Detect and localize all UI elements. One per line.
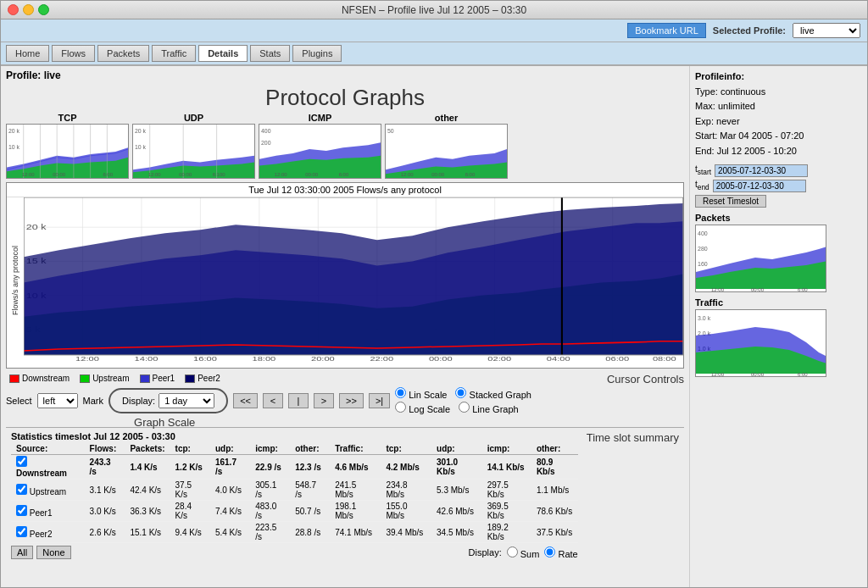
- tstart-input[interactable]: [715, 164, 808, 177]
- max-label: Max:: [695, 101, 715, 111]
- nav-next-next[interactable]: >>: [339, 393, 364, 408]
- type-value: continuous: [721, 86, 765, 97]
- stacked-graph-label[interactable]: Stacked Graph: [455, 387, 531, 400]
- nav-packets[interactable]: Packets: [97, 45, 149, 62]
- svg-text:20:00: 20:00: [311, 355, 335, 363]
- cell-udp: 7.4 K/s: [210, 501, 250, 522]
- minimize-btn[interactable]: [23, 4, 34, 15]
- row-checkbox[interactable]: [16, 505, 27, 516]
- cell-flows: 2.6 K/s: [85, 522, 125, 543]
- col-icmp2: icmp:: [482, 443, 531, 455]
- protocol-graphs-heading: Protocol Graphs: [6, 85, 684, 111]
- start-value: Mar 04 2005 - 07:20: [720, 130, 804, 141]
- other-graph[interactable]: 50 12:00 00:00 6:00: [385, 124, 508, 179]
- col-udp: udp:: [210, 443, 250, 455]
- cell-packets: 36.3 K/s: [125, 501, 170, 522]
- traffic-graph[interactable]: 3.0 k 2.0 k 1.0 k 12:00 00:00 6:00: [695, 309, 826, 377]
- cell-other: 548.7 /s: [290, 480, 330, 501]
- nav-prev[interactable]: <: [263, 393, 283, 408]
- svg-text:10 k: 10 k: [135, 144, 147, 150]
- log-scale-label[interactable]: Log Scale: [395, 402, 450, 414]
- maximize-btn[interactable]: [38, 4, 49, 15]
- cell-udp2: 42.6 Mb/s: [431, 501, 482, 522]
- nav-flows[interactable]: Flows: [52, 45, 95, 62]
- window-controls[interactable]: [8, 4, 49, 15]
- reset-timeslot-button[interactable]: Reset Timeslot: [695, 195, 766, 208]
- nav-home[interactable]: Home: [6, 45, 49, 62]
- graph-scale-annotation: Graph Scale: [134, 416, 195, 429]
- svg-text:12:00: 12:00: [711, 372, 725, 377]
- lin-scale-label[interactable]: Lin Scale: [395, 387, 447, 400]
- legend-bar: Downstream Upstream Peer1 Peer2: [6, 372, 684, 385]
- svg-text:12:00: 12:00: [75, 355, 99, 363]
- svg-text:04:00: 04:00: [547, 355, 570, 363]
- display-select[interactable]: 1 day 1 week 1 month: [159, 393, 214, 408]
- sum-label[interactable]: Sum: [507, 546, 540, 559]
- cell-flows: 243.3 /s: [85, 455, 125, 480]
- stacked-graph-radio[interactable]: [455, 387, 466, 398]
- nav-next[interactable]: >: [314, 393, 334, 408]
- lin-scale-radio[interactable]: [395, 387, 406, 398]
- icmp-graph[interactable]: 400 200 12:00 00:00 6:00: [259, 124, 381, 179]
- svg-text:00:00: 00:00: [751, 372, 765, 377]
- svg-text:00:00: 00:00: [179, 172, 192, 177]
- cell-icmp2: 189.2 Kb/s: [482, 522, 531, 543]
- downstream-label: Downstream: [22, 374, 70, 383]
- profileinfo-title: Profileinfo:: [695, 69, 862, 85]
- main-graph-title: Tue Jul 12 03:30:00 2005 Flows/s any pro…: [7, 183, 683, 197]
- svg-text:12:00: 12:00: [275, 172, 288, 177]
- cell-traffic: 198.1 Mb/s: [330, 501, 381, 522]
- close-btn[interactable]: [8, 4, 19, 15]
- cell-other: 12.3 /s: [290, 455, 330, 480]
- none-button[interactable]: None: [36, 546, 70, 559]
- table-row: Peer2 2.6 K/s 15.1 K/s 9.4 K/s 5.4 K/s 2…: [11, 522, 578, 543]
- line-graph-label[interactable]: Line Graph: [459, 402, 519, 414]
- start-label: Start:: [695, 130, 717, 141]
- nav-plugins[interactable]: Plugins: [292, 45, 342, 62]
- nav-prev-prev[interactable]: <<: [233, 393, 258, 408]
- cell-udp2: 301.0 Kb/s: [431, 455, 482, 480]
- nav-traffic[interactable]: Traffic: [152, 45, 196, 62]
- select-dropdown[interactable]: left right: [37, 393, 78, 408]
- row-checkbox[interactable]: [16, 456, 27, 467]
- tcp-graph[interactable]: 20 k 10 k 12:00 00:00: [6, 124, 129, 179]
- profile-title: Profile: live: [6, 69, 684, 81]
- svg-text:280: 280: [698, 246, 708, 252]
- rate-radio[interactable]: [544, 546, 555, 557]
- col-source: Source:: [11, 443, 85, 455]
- nav-last[interactable]: >|: [369, 393, 390, 408]
- log-scale-radio[interactable]: [395, 402, 406, 413]
- svg-text:12:00: 12:00: [711, 287, 725, 292]
- cell-icmp: 305.1 /s: [250, 480, 290, 501]
- packets-graph[interactable]: 400 280 160 12:00 00:00 6:00: [695, 225, 826, 292]
- sum-radio[interactable]: [507, 546, 518, 557]
- nav-details[interactable]: Details: [198, 45, 248, 62]
- cell-source: Peer2: [11, 522, 85, 543]
- line-graph-radio[interactable]: [459, 402, 470, 413]
- tend-input[interactable]: [713, 180, 806, 192]
- udp-graph[interactable]: 20 k 10 k 12:00 00:00 6:100: [132, 124, 255, 179]
- nav-pipe[interactable]: |: [288, 393, 309, 408]
- cell-traffic: 4.6 Mb/s: [330, 455, 381, 480]
- all-button[interactable]: All: [11, 546, 33, 559]
- svg-text:12:00: 12:00: [401, 172, 415, 177]
- nav-stats[interactable]: Stats: [250, 45, 290, 62]
- cell-icmp: 483.0 /s: [250, 501, 290, 522]
- all-none-row: All None Display: Sum Rate: [11, 546, 578, 559]
- svg-text:12:00: 12:00: [148, 172, 162, 177]
- col-traffic: Traffic:: [330, 443, 381, 455]
- stats-title: Statistics timeslot Jul 12 2005 - 03:30 …: [11, 431, 578, 559]
- svg-text:6:00: 6:00: [465, 172, 476, 177]
- cell-other2: 1.1 Mb/s: [531, 480, 578, 501]
- main-graph-area[interactable]: 5 k 10 k 15 k 20 k: [24, 197, 683, 363]
- row-checkbox[interactable]: [16, 484, 27, 495]
- cell-icmp: 22.9 /s: [250, 455, 290, 480]
- bookmark-url-button[interactable]: Bookmark URL: [627, 23, 706, 38]
- rate-label[interactable]: Rate: [544, 546, 577, 559]
- cell-tcp: 1.2 K/s: [170, 455, 210, 480]
- row-checkbox[interactable]: [16, 526, 27, 537]
- display-sum-row: Display: Sum Rate: [469, 546, 578, 559]
- cell-udp: 4.0 K/s: [210, 480, 250, 501]
- profile-select[interactable]: live: [793, 23, 860, 38]
- cell-packets: 1.4 K/s: [125, 455, 170, 480]
